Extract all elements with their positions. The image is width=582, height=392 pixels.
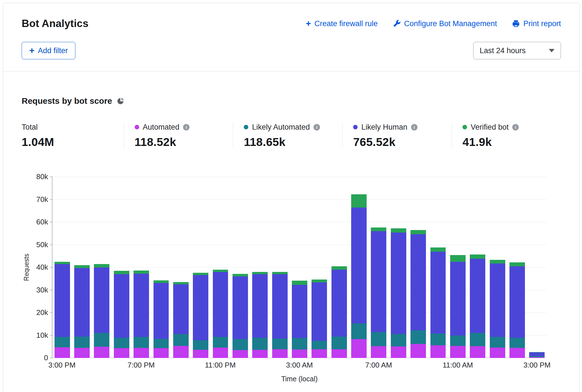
bar-12-00-am-9 [230,177,250,358]
bar-segment-automated [154,348,169,358]
time-range-value: Last 24 hours [480,46,526,55]
stat-verified-bot-label: Verified bot [471,123,509,132]
bar-segment-likely-human [509,266,525,338]
configure-bot-management-link[interactable]: Configure Bot Management [393,19,497,28]
y-tick-label: 10k [36,331,48,339]
bar-5-00-am-14 [329,177,349,358]
bar-segment-verified-bot [450,255,466,262]
info-icon[interactable] [512,124,519,130]
bar-segment-automated [252,350,268,358]
x-tick-label: 3:00 PM [48,361,76,370]
bar-segment-likely-human [55,264,70,337]
bar-segment-likely-automated [114,338,129,348]
x-tick-label: 11:00 AM [443,361,473,370]
bar-4-00-pm-1 [72,177,92,358]
stat-total: Total 1.04M [22,123,124,149]
stat-likely-human: Likely Human 765.52k [342,123,452,149]
bar-segment-likely-human [529,352,545,356]
bar-segment-verified-bot [509,262,525,266]
y-axis-tick [50,290,52,290]
info-icon[interactable] [411,124,418,130]
bar-segment-automated [331,349,347,358]
bar-segment-likely-automated [490,337,505,348]
bar-segment-likely-automated [252,338,268,350]
stat-total-value: 1.04M [22,136,124,149]
x-tick-label: 7:00 PM [127,361,155,370]
create-firewall-rule-label: Create firewall rule [314,19,378,28]
chevron-down-icon [549,49,554,52]
y-tick-label: 30k [36,286,48,294]
bar-segment-automated [470,346,485,358]
stat-likely-human-value: 765.52k [353,136,452,149]
info-icon[interactable] [183,124,190,130]
time-range-select[interactable]: Last 24 hours [473,42,561,59]
bar-9-00-am-18 [408,177,428,358]
bar-3-00-pm-24 [527,177,547,358]
bar-segment-likely-automated [410,330,426,344]
create-firewall-rule-link[interactable]: + Create firewall rule [306,19,378,28]
bar-2-00-pm-23 [507,177,527,358]
bar-segment-likely-human [331,270,347,337]
bar-11-00-pm-8 [211,177,230,358]
bar-segment-automated [55,347,70,358]
bar-8-00-pm-5 [151,177,171,358]
y-tick-label: 50k [36,241,48,249]
bar-segment-likely-automated [94,333,109,346]
bar-segment-automated [509,348,525,358]
bar-11-00-am-20 [448,177,468,358]
stats-row: Total 1.04M Automated 118.52k Likely [22,123,561,149]
requests-bar-chart: Requests 010k20k30k40k50k60k70k80k 3:00 … [22,177,561,383]
bar-segment-likely-automated [450,335,466,346]
bar-segment-automated [529,357,545,358]
bar-segment-likely-human [470,259,485,333]
x-tick-label: 7:00 AM [365,361,392,370]
y-axis-tick [50,267,52,267]
bar-7-00-am-16 [369,177,389,358]
bar-segment-likely-automated [55,337,70,347]
y-axis-labels: 010k20k30k40k50k60k70k80k [31,177,52,358]
bar-segment-verified-bot [371,227,386,231]
x-tick-label: 3:00 AM [286,361,313,370]
legend-dot-likely-automated [244,125,248,129]
stat-verified-bot: Verified bot 41.9k [452,123,561,149]
print-report-link[interactable]: Print report [512,19,561,28]
bar-segment-verified-bot [154,280,169,283]
bar-segment-likely-human [312,282,327,341]
x-tick-label: 3:00 PM [523,361,551,370]
bar-segment-verified-bot [193,273,208,275]
legend-dot-automated [135,125,139,129]
bar-segment-automated [134,348,149,358]
bar-segment-likely-human [134,274,149,337]
bar-segment-likely-human [114,274,129,337]
plus-icon: + [29,46,35,55]
bar-6-00-am-15 [349,177,369,358]
info-icon[interactable] [313,124,320,130]
bar-segment-verified-bot [55,262,70,264]
bar-segment-likely-automated [292,338,307,350]
stat-verified-bot-value: 41.9k [463,136,561,149]
bar-segment-verified-bot [430,247,446,251]
bar-segment-automated [272,349,288,358]
bar-segment-automated [193,350,208,358]
bar-segment-likely-human [252,274,268,337]
y-tick-label: 60k [36,218,48,226]
bar-segment-likely-human [154,283,169,339]
bar-segment-likely-automated [154,339,169,348]
bar-segment-likely-human [410,234,426,330]
legend-dot-likely-human [353,125,358,129]
bot-analytics-page: Bot Analytics + Create firewall rule Con… [0,0,582,392]
bar-segment-likely-automated [74,337,90,348]
bar-segment-likely-automated [193,340,208,350]
y-tick-label: 80k [36,173,48,181]
bar-segment-likely-automated [509,338,525,348]
bar-segment-verified-bot [470,254,485,259]
bar-segment-likely-automated [430,334,446,345]
stat-likely-automated-label: Likely Automated [252,123,310,132]
add-filter-button[interactable]: + Add filter [22,42,75,59]
chart-plot-area [52,177,547,358]
bar-segment-likely-automated [331,337,347,349]
bar-segment-verified-bot [213,270,228,272]
page-title: Bot Analytics [22,18,89,30]
y-axis-tick [50,177,52,177]
bar-2-00-am-11 [270,177,290,358]
